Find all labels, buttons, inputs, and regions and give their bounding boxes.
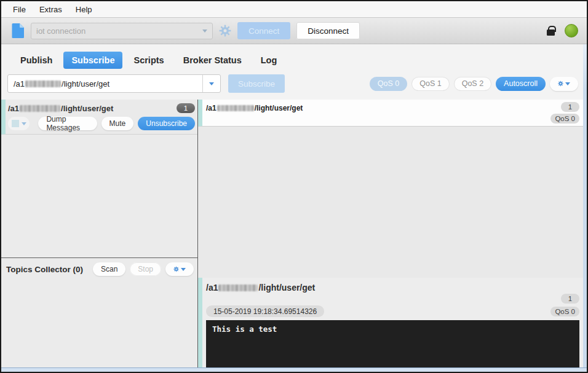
tab-scripts[interactable]: Scripts [125,52,172,69]
detail-topic: /a1/light/user/get [206,283,579,293]
chevron-down-icon [22,122,26,125]
subscribe-controls: /a1/light/user/get Subscribe QoS 0 QoS 1… [1,73,583,100]
tab-broker-status[interactable]: Broker Status [175,52,250,69]
tab-subscribe[interactable]: Subscribe [63,52,122,69]
gears-icon [558,80,563,87]
stop-button[interactable]: Stop [130,262,161,276]
subscription-topic: /a1/light/user/get [8,104,113,113]
qos2-toggle[interactable]: QoS 2 [454,77,491,91]
color-swatch [12,120,19,127]
redacted-topic-segment [20,105,60,112]
qos0-toggle[interactable]: QoS 0 [370,77,407,91]
profile-file-icon [11,23,25,39]
message-qos-badge: QoS 0 [550,114,579,124]
subscription-item[interactable]: /a1/light/user/get 1 Dump Messages [1,100,197,135]
menu-help[interactable]: Help [70,2,98,17]
connection-profile-placeholder: iot connection [36,26,85,36]
menu-file[interactable]: File [7,2,32,17]
connection-settings-gear-icon[interactable] [219,25,231,37]
topics-collector-title: Topics Collector (0) [6,265,83,274]
redacted-topic-segment [217,105,254,111]
chevron-down-icon [565,82,570,85]
vertical-scrollbar[interactable] [583,44,587,367]
message-topic: /a1/light/user/get [206,102,303,124]
autoscroll-toggle[interactable]: Autoscroll [496,77,546,91]
lock-icon [547,29,555,36]
subscribe-button[interactable]: Subscribe [228,74,285,93]
disconnect-button[interactable]: Disconnect [296,22,360,39]
redacted-topic-segment [218,285,258,291]
detail-message-number-badge: 1 [561,294,579,304]
menu-bar: File Extras Help [1,1,587,17]
message-list-item[interactable]: /a1/light/user/get 1 QoS 0 [198,100,583,127]
collector-settings-gear-button[interactable] [165,262,194,276]
topic-dropdown-button[interactable] [202,75,220,92]
message-list: /a1/light/user/get 1 QoS 0 [198,100,583,278]
chevron-down-icon [181,268,186,271]
redacted-topic-segment [25,80,61,87]
menu-extras[interactable]: Extras [33,2,68,17]
qos1-toggle[interactable]: QoS 1 [411,77,449,91]
topics-collector-header: Topics Collector (0) Scan Stop [1,258,197,280]
connection-status-indicator [565,24,578,37]
gears-icon [173,265,179,273]
mute-button[interactable]: Mute [101,117,134,130]
tab-bar: Publish Subscribe Scripts Broker Status … [1,44,583,73]
connection-bar: iot connection Connect Disconnect [1,17,587,44]
subscribe-settings-gear-button[interactable] [550,77,578,91]
message-number-badge: 1 [561,102,579,112]
subscription-message-count-badge: 1 [177,103,195,113]
topic-color-picker[interactable] [8,117,30,130]
chevron-down-icon [202,29,207,33]
payload-viewer[interactable]: This is a test [206,320,579,367]
dump-messages-button[interactable]: Dump Messages [38,117,97,130]
horizontal-scrollbar[interactable] [1,367,587,372]
topics-collector-list [1,280,197,367]
scan-button[interactable]: Scan [93,262,125,276]
app-window: File Extras Help iot connection [0,0,588,373]
connection-profile-select[interactable]: iot connection [31,23,213,39]
topic-input-value: /a1/light/user/get [8,79,202,88]
subscriptions-panel: /a1/light/user/get 1 Dump Messages [1,100,198,367]
message-detail-pane: /a1/light/user/get 1 15-05-2019 19:18:34… [198,278,583,367]
detail-qos-badge: QoS 0 [550,307,579,316]
unsubscribe-button[interactable]: Unsubscribe [138,117,195,130]
connect-button[interactable]: Connect [237,22,290,39]
detail-timestamp: 15-05-2019 19:18:34.69514326 [206,305,324,317]
tab-log[interactable]: Log [253,52,285,69]
tab-publish[interactable]: Publish [12,52,60,69]
topic-input[interactable]: /a1/light/user/get [7,74,221,93]
messages-panel: /a1/light/user/get 1 QoS 0 /a1/light/use… [198,100,583,367]
